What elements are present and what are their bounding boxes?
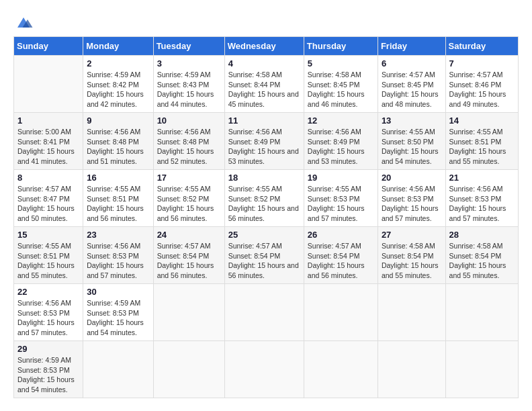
table-row [14,56,83,113]
day-info: Sunrise: 4:59 AMSunset: 8:42 PMDaylight:… [87,70,149,109]
table-row: 17 Sunrise: 4:55 AMSunset: 8:52 PMDaylig… [153,170,224,227]
day-info: Sunrise: 4:58 AMSunset: 8:54 PMDaylight:… [382,241,442,281]
table-row: 9 Sunrise: 4:56 AMSunset: 8:48 PMDayligh… [83,113,153,170]
table-row [378,341,445,398]
day-info: Sunrise: 4:56 AMSunset: 8:49 PMDaylight:… [228,127,300,167]
day-number: 27 [382,230,442,240]
table-row [378,284,445,341]
day-number: 29 [17,344,79,354]
table-row: 14 Sunrise: 4:55 AMSunset: 8:51 PMDaylig… [445,113,518,170]
table-row: 7 Sunrise: 4:57 AMSunset: 8:46 PMDayligh… [445,56,518,113]
table-row [445,341,518,398]
day-number: 5 [308,58,374,68]
day-number: 16 [87,173,149,183]
day-number: 10 [157,116,221,126]
day-number: 8 [17,173,79,183]
table-row: 15 Sunrise: 4:55 AMSunset: 8:51 PMDaylig… [14,227,83,284]
day-number: 12 [308,116,374,126]
day-number: 17 [157,173,221,183]
calendar: Sunday Monday Tuesday Wednesday Thursday… [13,36,519,398]
day-number: 6 [382,58,442,68]
day-info: Sunrise: 4:55 AMSunset: 8:51 PMDaylight:… [87,184,149,224]
calendar-week-row: 15 Sunrise: 4:55 AMSunset: 8:51 PMDaylig… [14,227,519,284]
day-number: 9 [87,116,149,126]
header-thursday: Thursday [304,37,378,56]
header-tuesday: Tuesday [153,37,224,56]
table-row: 21 Sunrise: 4:56 AMSunset: 8:53 PMDaylig… [445,170,518,227]
header-friday: Friday [378,37,445,56]
day-info: Sunrise: 4:56 AMSunset: 8:53 PMDaylight:… [17,298,79,338]
day-number: 18 [228,173,300,183]
day-info: Sunrise: 4:57 AMSunset: 8:46 PMDaylight:… [449,70,515,109]
table-row: 28 Sunrise: 4:58 AMSunset: 8:54 PMDaylig… [445,227,518,284]
day-info: Sunrise: 4:57 AMSunset: 8:54 PMDaylight:… [308,241,374,281]
day-number: 11 [228,116,300,126]
day-info: Sunrise: 5:00 AMSunset: 8:41 PMDaylight:… [17,127,79,167]
day-info: Sunrise: 4:56 AMSunset: 8:48 PMDaylight:… [87,127,149,167]
table-row: 22 Sunrise: 4:56 AMSunset: 8:53 PMDaylig… [14,284,83,341]
header-wednesday: Wednesday [224,37,304,56]
day-info: Sunrise: 4:55 AMSunset: 8:51 PMDaylight:… [17,241,79,281]
table-row [304,284,378,341]
day-number: 4 [228,58,300,68]
day-info: Sunrise: 4:56 AMSunset: 8:53 PMDaylight:… [382,184,442,224]
day-info: Sunrise: 4:57 AMSunset: 8:54 PMDaylight:… [228,241,300,281]
header-monday: Monday [83,37,153,56]
table-row: 11 Sunrise: 4:56 AMSunset: 8:49 PMDaylig… [224,113,304,170]
table-row: 8 Sunrise: 4:57 AMSunset: 8:47 PMDayligh… [14,170,83,227]
day-info: Sunrise: 4:58 AMSunset: 8:44 PMDaylight:… [228,70,300,109]
table-row: 18 Sunrise: 4:55 AMSunset: 8:52 PMDaylig… [224,170,304,227]
table-row [445,284,518,341]
day-info: Sunrise: 4:56 AMSunset: 8:49 PMDaylight:… [308,127,374,167]
calendar-header-row: Sunday Monday Tuesday Wednesday Thursday… [14,37,519,56]
table-row: 12 Sunrise: 4:56 AMSunset: 8:49 PMDaylig… [304,113,378,170]
day-info: Sunrise: 4:55 AMSunset: 8:52 PMDaylight:… [228,184,300,224]
calendar-week-row: 8 Sunrise: 4:57 AMSunset: 8:47 PMDayligh… [14,170,519,227]
table-row [153,341,224,398]
table-row: 26 Sunrise: 4:57 AMSunset: 8:54 PMDaylig… [304,227,378,284]
logo [13,13,36,30]
table-row [224,284,304,341]
day-info: Sunrise: 4:56 AMSunset: 8:53 PMDaylight:… [449,184,515,224]
table-row [153,284,224,341]
table-row: 29 Sunrise: 4:59 AMSunset: 8:53 PMDaylig… [14,341,83,398]
table-row [83,341,153,398]
day-number: 24 [157,230,221,240]
day-info: Sunrise: 4:57 AMSunset: 8:54 PMDaylight:… [157,241,221,281]
table-row: 27 Sunrise: 4:58 AMSunset: 8:54 PMDaylig… [378,227,445,284]
day-info: Sunrise: 4:55 AMSunset: 8:52 PMDaylight:… [157,184,221,224]
calendar-week-row: 2 Sunrise: 4:59 AMSunset: 8:42 PMDayligh… [14,56,519,113]
table-row: 3 Sunrise: 4:59 AMSunset: 8:43 PMDayligh… [153,56,224,113]
day-info: Sunrise: 4:59 AMSunset: 8:53 PMDaylight:… [87,298,149,338]
table-row: 23 Sunrise: 4:56 AMSunset: 8:53 PMDaylig… [83,227,153,284]
day-number: 2 [87,58,149,68]
calendar-week-row: 1 Sunrise: 5:00 AMSunset: 8:41 PMDayligh… [14,113,519,170]
day-number: 28 [449,230,515,240]
table-row: 2 Sunrise: 4:59 AMSunset: 8:42 PMDayligh… [83,56,153,113]
header-saturday: Saturday [445,37,518,56]
day-number: 25 [228,230,300,240]
day-info: Sunrise: 4:56 AMSunset: 8:48 PMDaylight:… [157,127,221,167]
table-row: 5 Sunrise: 4:58 AMSunset: 8:45 PMDayligh… [304,56,378,113]
table-row: 1 Sunrise: 5:00 AMSunset: 8:41 PMDayligh… [14,113,83,170]
header-sunday: Sunday [14,37,83,56]
day-number: 13 [382,116,442,126]
day-info: Sunrise: 4:56 AMSunset: 8:53 PMDaylight:… [87,241,149,281]
day-number: 21 [449,173,515,183]
table-row: 13 Sunrise: 4:55 AMSunset: 8:50 PMDaylig… [378,113,445,170]
table-row: 30 Sunrise: 4:59 AMSunset: 8:53 PMDaylig… [83,284,153,341]
day-info: Sunrise: 4:59 AMSunset: 8:43 PMDaylight:… [157,70,221,109]
logo-icon [13,13,34,30]
day-info: Sunrise: 4:57 AMSunset: 8:45 PMDaylight:… [382,70,442,109]
table-row: 20 Sunrise: 4:56 AMSunset: 8:53 PMDaylig… [378,170,445,227]
day-info: Sunrise: 4:58 AMSunset: 8:45 PMDaylight:… [308,70,374,109]
day-info: Sunrise: 4:55 AMSunset: 8:51 PMDaylight:… [449,127,515,167]
day-number: 20 [382,173,442,183]
table-row: 4 Sunrise: 4:58 AMSunset: 8:44 PMDayligh… [224,56,304,113]
header [13,13,519,30]
table-row [224,341,304,398]
day-number: 26 [308,230,374,240]
day-info: Sunrise: 4:55 AMSunset: 8:53 PMDaylight:… [308,184,374,224]
calendar-week-row: 29 Sunrise: 4:59 AMSunset: 8:53 PMDaylig… [14,341,519,398]
table-row: 25 Sunrise: 4:57 AMSunset: 8:54 PMDaylig… [224,227,304,284]
